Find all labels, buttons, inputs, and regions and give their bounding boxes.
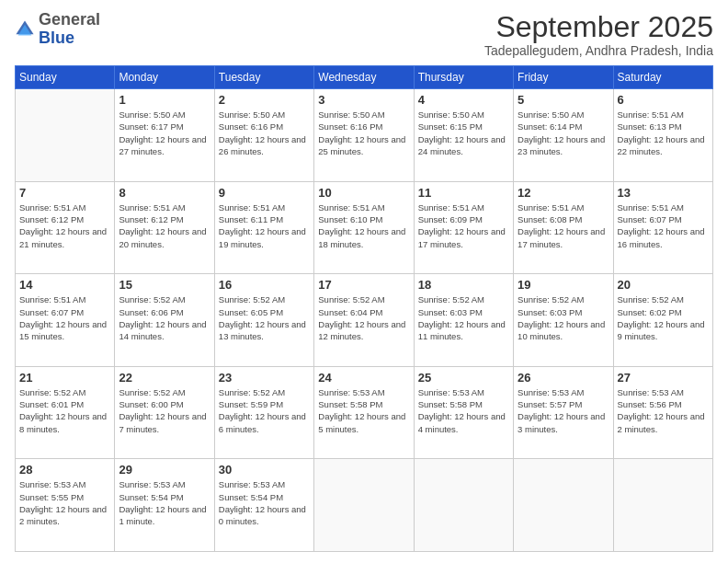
day-number: 25 — [418, 371, 509, 385]
table-cell: 3Sunrise: 5:50 AM Sunset: 6:16 PM Daylig… — [314, 89, 414, 182]
table-cell: 1Sunrise: 5:50 AM Sunset: 6:17 PM Daylig… — [115, 89, 214, 182]
day-info: Sunrise: 5:51 AM Sunset: 6:07 PM Dayligh… — [618, 201, 709, 250]
day-info: Sunrise: 5:51 AM Sunset: 6:13 PM Dayligh… — [618, 109, 709, 157]
table-cell: 26Sunrise: 5:53 AM Sunset: 5:57 PM Dayli… — [514, 366, 613, 459]
day-info: Sunrise: 5:51 AM Sunset: 6:12 PM Dayligh… — [119, 201, 210, 250]
header-monday: Monday — [115, 66, 214, 89]
week-row-2: 7Sunrise: 5:51 AM Sunset: 6:12 PM Daylig… — [16, 181, 713, 274]
header-thursday: Thursday — [414, 66, 513, 89]
day-info: Sunrise: 5:53 AM Sunset: 5:54 PM Dayligh… — [119, 478, 210, 527]
day-info: Sunrise: 5:51 AM Sunset: 6:11 PM Dayligh… — [219, 201, 310, 250]
header-friday: Friday — [514, 66, 613, 89]
logo-text: General Blue — [39, 11, 100, 48]
header-sunday: Sunday — [16, 66, 115, 89]
table-cell: 6Sunrise: 5:51 AM Sunset: 6:13 PM Daylig… — [613, 89, 712, 182]
day-info: Sunrise: 5:51 AM Sunset: 6:12 PM Dayligh… — [19, 201, 110, 250]
day-number: 18 — [418, 278, 509, 292]
table-cell: 7Sunrise: 5:51 AM Sunset: 6:12 PM Daylig… — [16, 181, 115, 274]
day-number: 21 — [19, 371, 110, 385]
day-info: Sunrise: 5:52 AM Sunset: 6:04 PM Dayligh… — [318, 293, 409, 342]
day-number: 26 — [518, 371, 609, 385]
week-row-5: 28Sunrise: 5:53 AM Sunset: 5:55 PM Dayli… — [16, 459, 713, 552]
table-cell: 23Sunrise: 5:52 AM Sunset: 5:59 PM Dayli… — [214, 366, 313, 459]
table-cell: 19Sunrise: 5:52 AM Sunset: 6:03 PM Dayli… — [514, 274, 613, 367]
day-number: 1 — [119, 93, 210, 107]
week-row-3: 14Sunrise: 5:51 AM Sunset: 6:07 PM Dayli… — [16, 274, 713, 367]
day-info: Sunrise: 5:52 AM Sunset: 6:02 PM Dayligh… — [618, 293, 709, 342]
week-row-1: 1Sunrise: 5:50 AM Sunset: 6:17 PM Daylig… — [16, 89, 713, 182]
day-info: Sunrise: 5:50 AM Sunset: 6:17 PM Dayligh… — [119, 109, 210, 157]
table-cell: 17Sunrise: 5:52 AM Sunset: 6:04 PM Dayli… — [314, 274, 414, 367]
table-cell: 20Sunrise: 5:52 AM Sunset: 6:02 PM Dayli… — [613, 274, 712, 367]
logo-icon — [15, 19, 35, 40]
table-cell: 11Sunrise: 5:51 AM Sunset: 6:09 PM Dayli… — [414, 181, 513, 274]
day-info: Sunrise: 5:53 AM Sunset: 5:58 PM Dayligh… — [418, 386, 509, 435]
table-cell: 12Sunrise: 5:51 AM Sunset: 6:08 PM Dayli… — [514, 181, 613, 274]
day-number: 5 — [518, 93, 609, 107]
table-cell: 9Sunrise: 5:51 AM Sunset: 6:11 PM Daylig… — [214, 181, 313, 274]
page: General Blue September 2025 Tadepallegud… — [0, 0, 728, 563]
table-cell — [514, 459, 613, 552]
day-number: 11 — [418, 186, 509, 200]
table-cell: 16Sunrise: 5:52 AM Sunset: 6:05 PM Dayli… — [214, 274, 313, 367]
day-number: 3 — [318, 93, 409, 107]
day-info: Sunrise: 5:52 AM Sunset: 5:59 PM Dayligh… — [219, 386, 310, 435]
table-cell: 4Sunrise: 5:50 AM Sunset: 6:15 PM Daylig… — [414, 89, 513, 182]
day-number: 13 — [618, 186, 709, 200]
day-number: 12 — [518, 186, 609, 200]
table-cell: 24Sunrise: 5:53 AM Sunset: 5:58 PM Dayli… — [314, 366, 414, 459]
day-number: 17 — [318, 278, 409, 292]
table-cell — [613, 459, 712, 552]
location: Tadepallegudem, Andhra Pradesh, India — [484, 43, 713, 58]
day-info: Sunrise: 5:52 AM Sunset: 6:00 PM Dayligh… — [119, 386, 210, 435]
day-number: 23 — [219, 371, 310, 385]
title-block: September 2025 Tadepallegudem, Andhra Pr… — [484, 11, 713, 58]
header-tuesday: Tuesday — [214, 66, 313, 89]
week-row-4: 21Sunrise: 5:52 AM Sunset: 6:01 PM Dayli… — [16, 366, 713, 459]
day-info: Sunrise: 5:50 AM Sunset: 6:14 PM Dayligh… — [518, 109, 609, 157]
day-number: 28 — [19, 463, 110, 477]
day-info: Sunrise: 5:52 AM Sunset: 6:01 PM Dayligh… — [19, 386, 110, 435]
table-cell: 5Sunrise: 5:50 AM Sunset: 6:14 PM Daylig… — [514, 89, 613, 182]
day-number: 24 — [318, 371, 409, 385]
day-info: Sunrise: 5:51 AM Sunset: 6:09 PM Dayligh… — [418, 201, 509, 250]
day-info: Sunrise: 5:53 AM Sunset: 5:54 PM Dayligh… — [219, 478, 310, 527]
day-number: 19 — [518, 278, 609, 292]
table-cell: 8Sunrise: 5:51 AM Sunset: 6:12 PM Daylig… — [115, 181, 214, 274]
table-cell — [314, 459, 414, 552]
calendar-table: Sunday Monday Tuesday Wednesday Thursday… — [15, 65, 713, 552]
table-cell: 28Sunrise: 5:53 AM Sunset: 5:55 PM Dayli… — [16, 459, 115, 552]
day-number: 27 — [618, 371, 709, 385]
day-number: 15 — [119, 278, 210, 292]
day-number: 7 — [19, 186, 110, 200]
day-info: Sunrise: 5:51 AM Sunset: 6:08 PM Dayligh… — [518, 201, 609, 250]
header-saturday: Saturday — [613, 66, 712, 89]
day-number: 2 — [219, 93, 310, 107]
table-cell: 27Sunrise: 5:53 AM Sunset: 5:56 PM Dayli… — [613, 366, 712, 459]
day-number: 4 — [418, 93, 509, 107]
table-cell: 22Sunrise: 5:52 AM Sunset: 6:00 PM Dayli… — [115, 366, 214, 459]
day-info: Sunrise: 5:52 AM Sunset: 6:05 PM Dayligh… — [219, 293, 310, 342]
table-cell: 18Sunrise: 5:52 AM Sunset: 6:03 PM Dayli… — [414, 274, 513, 367]
day-number: 30 — [219, 463, 310, 477]
table-cell: 21Sunrise: 5:52 AM Sunset: 6:01 PM Dayli… — [16, 366, 115, 459]
day-info: Sunrise: 5:52 AM Sunset: 6:03 PM Dayligh… — [418, 293, 509, 342]
logo-blue-text: Blue — [39, 29, 74, 47]
logo: General Blue — [15, 11, 100, 48]
day-info: Sunrise: 5:51 AM Sunset: 6:07 PM Dayligh… — [19, 293, 110, 342]
month-title: September 2025 — [484, 11, 713, 43]
day-info: Sunrise: 5:53 AM Sunset: 5:58 PM Dayligh… — [318, 386, 409, 435]
table-cell: 25Sunrise: 5:53 AM Sunset: 5:58 PM Dayli… — [414, 366, 513, 459]
day-info: Sunrise: 5:50 AM Sunset: 6:15 PM Dayligh… — [418, 109, 509, 157]
header: General Blue September 2025 Tadepallegud… — [15, 11, 713, 58]
weekday-header-row: Sunday Monday Tuesday Wednesday Thursday… — [16, 66, 713, 89]
day-info: Sunrise: 5:52 AM Sunset: 6:06 PM Dayligh… — [119, 293, 210, 342]
table-cell — [16, 89, 115, 182]
day-info: Sunrise: 5:53 AM Sunset: 5:55 PM Dayligh… — [19, 478, 110, 527]
table-cell: 14Sunrise: 5:51 AM Sunset: 6:07 PM Dayli… — [16, 274, 115, 367]
table-cell: 13Sunrise: 5:51 AM Sunset: 6:07 PM Dayli… — [613, 181, 712, 274]
day-number: 20 — [618, 278, 709, 292]
day-info: Sunrise: 5:50 AM Sunset: 6:16 PM Dayligh… — [219, 109, 310, 157]
day-number: 14 — [19, 278, 110, 292]
day-info: Sunrise: 5:52 AM Sunset: 6:03 PM Dayligh… — [518, 293, 609, 342]
